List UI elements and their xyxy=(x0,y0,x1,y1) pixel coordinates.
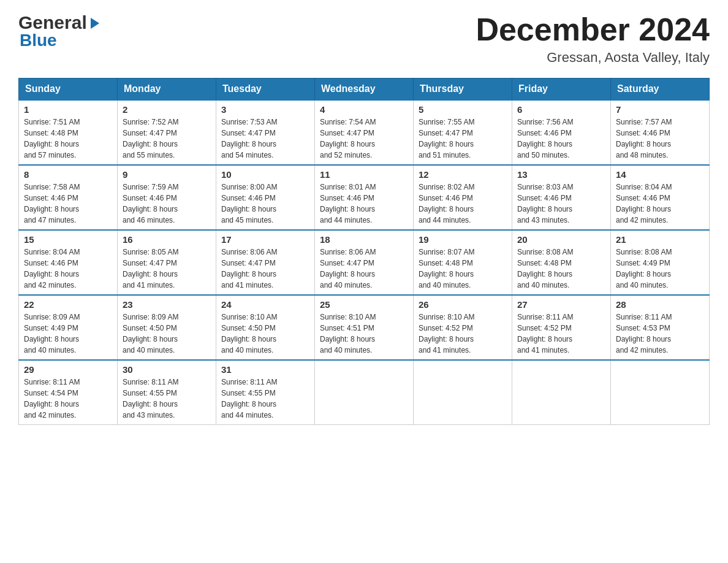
day-number: 18 xyxy=(320,234,408,245)
calendar-cell: 7Sunrise: 7:57 AMSunset: 4:46 PMDaylight… xyxy=(611,100,710,165)
calendar-cell: 28Sunrise: 8:11 AMSunset: 4:53 PMDayligh… xyxy=(611,295,710,360)
day-number: 7 xyxy=(616,104,704,115)
day-number: 12 xyxy=(419,169,507,180)
calendar-cell: 12Sunrise: 8:02 AMSunset: 4:46 PMDayligh… xyxy=(414,165,512,230)
day-info: Sunrise: 8:11 AMSunset: 4:52 PMDaylight:… xyxy=(517,312,605,356)
calendar-cell: 15Sunrise: 8:04 AMSunset: 4:46 PMDayligh… xyxy=(19,230,118,295)
calendar-cell: 26Sunrise: 8:10 AMSunset: 4:52 PMDayligh… xyxy=(414,295,512,360)
day-info: Sunrise: 8:11 AMSunset: 4:55 PMDaylight:… xyxy=(123,377,211,421)
day-info: Sunrise: 8:11 AMSunset: 4:54 PMDaylight:… xyxy=(24,377,112,421)
svg-marker-0 xyxy=(91,18,99,29)
day-number: 15 xyxy=(24,234,112,245)
calendar-cell: 27Sunrise: 8:11 AMSunset: 4:52 PMDayligh… xyxy=(512,295,611,360)
day-info: Sunrise: 7:57 AMSunset: 4:46 PMDaylight:… xyxy=(616,117,704,161)
day-info: Sunrise: 7:53 AMSunset: 4:47 PMDaylight:… xyxy=(221,117,309,161)
day-info: Sunrise: 7:56 AMSunset: 4:46 PMDaylight:… xyxy=(517,117,605,161)
day-number: 29 xyxy=(24,364,112,375)
day-info: Sunrise: 8:09 AMSunset: 4:50 PMDaylight:… xyxy=(123,312,211,356)
day-info: Sunrise: 7:54 AMSunset: 4:47 PMDaylight:… xyxy=(320,117,408,161)
day-info: Sunrise: 8:08 AMSunset: 4:48 PMDaylight:… xyxy=(517,247,605,291)
calendar-cell: 29Sunrise: 8:11 AMSunset: 4:54 PMDayligh… xyxy=(19,360,118,425)
day-number: 17 xyxy=(221,234,309,245)
calendar-cell: 2Sunrise: 7:52 AMSunset: 4:47 PMDaylight… xyxy=(118,100,216,165)
day-number: 10 xyxy=(221,169,309,180)
calendar-cell: 19Sunrise: 8:07 AMSunset: 4:48 PMDayligh… xyxy=(414,230,512,295)
day-info: Sunrise: 8:10 AMSunset: 4:51 PMDaylight:… xyxy=(320,312,408,356)
calendar-cell: 21Sunrise: 8:08 AMSunset: 4:49 PMDayligh… xyxy=(611,230,710,295)
day-info: Sunrise: 8:11 AMSunset: 4:53 PMDaylight:… xyxy=(616,312,704,356)
col-header-tuesday: Tuesday xyxy=(216,79,315,101)
day-info: Sunrise: 8:04 AMSunset: 4:46 PMDaylight:… xyxy=(616,182,704,226)
calendar-cell: 18Sunrise: 8:06 AMSunset: 4:47 PMDayligh… xyxy=(315,230,414,295)
calendar-cell xyxy=(611,360,710,425)
calendar-cell: 1Sunrise: 7:51 AMSunset: 4:48 PMDaylight… xyxy=(19,100,118,165)
day-info: Sunrise: 7:51 AMSunset: 4:48 PMDaylight:… xyxy=(24,117,112,161)
day-number: 11 xyxy=(320,169,408,180)
day-info: Sunrise: 7:59 AMSunset: 4:46 PMDaylight:… xyxy=(123,182,211,226)
day-number: 22 xyxy=(24,299,112,310)
logo-general: General xyxy=(18,12,87,33)
calendar-cell: 24Sunrise: 8:10 AMSunset: 4:50 PMDayligh… xyxy=(216,295,315,360)
day-info: Sunrise: 7:58 AMSunset: 4:46 PMDaylight:… xyxy=(24,182,112,226)
calendar-cell xyxy=(414,360,512,425)
col-header-sunday: Sunday xyxy=(19,79,118,101)
calendar-table: SundayMondayTuesdayWednesdayThursdayFrid… xyxy=(18,78,710,425)
logo-arrow-icon xyxy=(88,17,102,30)
calendar-cell: 23Sunrise: 8:09 AMSunset: 4:50 PMDayligh… xyxy=(118,295,216,360)
day-number: 3 xyxy=(221,104,309,115)
col-header-thursday: Thursday xyxy=(414,79,512,101)
day-number: 16 xyxy=(123,234,211,245)
day-number: 4 xyxy=(320,104,408,115)
day-number: 9 xyxy=(123,169,211,180)
week-row-1: 1Sunrise: 7:51 AMSunset: 4:48 PMDaylight… xyxy=(19,100,710,165)
calendar-cell: 30Sunrise: 8:11 AMSunset: 4:55 PMDayligh… xyxy=(118,360,216,425)
calendar-cell: 17Sunrise: 8:06 AMSunset: 4:47 PMDayligh… xyxy=(216,230,315,295)
day-number: 8 xyxy=(24,169,112,180)
day-info: Sunrise: 8:02 AMSunset: 4:46 PMDaylight:… xyxy=(419,182,507,226)
calendar-cell: 20Sunrise: 8:08 AMSunset: 4:48 PMDayligh… xyxy=(512,230,611,295)
day-number: 6 xyxy=(517,104,605,115)
calendar-cell: 11Sunrise: 8:01 AMSunset: 4:46 PMDayligh… xyxy=(315,165,414,230)
week-row-3: 15Sunrise: 8:04 AMSunset: 4:46 PMDayligh… xyxy=(19,230,710,295)
day-number: 30 xyxy=(123,364,211,375)
title-area: December 2024 Gressan, Aosta Valley, Ita… xyxy=(476,12,710,66)
calendar-cell: 5Sunrise: 7:55 AMSunset: 4:47 PMDaylight… xyxy=(414,100,512,165)
day-number: 24 xyxy=(221,299,309,310)
calendar-cell: 14Sunrise: 8:04 AMSunset: 4:46 PMDayligh… xyxy=(611,165,710,230)
calendar-cell: 6Sunrise: 7:56 AMSunset: 4:46 PMDaylight… xyxy=(512,100,611,165)
day-info: Sunrise: 8:03 AMSunset: 4:46 PMDaylight:… xyxy=(517,182,605,226)
day-number: 23 xyxy=(123,299,211,310)
day-number: 28 xyxy=(616,299,704,310)
day-info: Sunrise: 8:09 AMSunset: 4:49 PMDaylight:… xyxy=(24,312,112,356)
day-info: Sunrise: 8:05 AMSunset: 4:47 PMDaylight:… xyxy=(123,247,211,291)
calendar-cell: 16Sunrise: 8:05 AMSunset: 4:47 PMDayligh… xyxy=(118,230,216,295)
calendar-cell: 22Sunrise: 8:09 AMSunset: 4:49 PMDayligh… xyxy=(19,295,118,360)
day-info: Sunrise: 8:00 AMSunset: 4:46 PMDaylight:… xyxy=(221,182,309,226)
day-info: Sunrise: 8:08 AMSunset: 4:49 PMDaylight:… xyxy=(616,247,704,291)
location-subtitle: Gressan, Aosta Valley, Italy xyxy=(476,50,710,66)
day-number: 20 xyxy=(517,234,605,245)
day-number: 21 xyxy=(616,234,704,245)
col-header-monday: Monday xyxy=(118,79,216,101)
calendar-cell xyxy=(315,360,414,425)
week-row-4: 22Sunrise: 8:09 AMSunset: 4:49 PMDayligh… xyxy=(19,295,710,360)
day-info: Sunrise: 8:04 AMSunset: 4:46 PMDaylight:… xyxy=(24,247,112,291)
col-header-friday: Friday xyxy=(512,79,611,101)
day-number: 27 xyxy=(517,299,605,310)
calendar-cell xyxy=(512,360,611,425)
day-info: Sunrise: 8:07 AMSunset: 4:48 PMDaylight:… xyxy=(419,247,507,291)
calendar-cell: 9Sunrise: 7:59 AMSunset: 4:46 PMDaylight… xyxy=(118,165,216,230)
week-row-2: 8Sunrise: 7:58 AMSunset: 4:46 PMDaylight… xyxy=(19,165,710,230)
day-number: 31 xyxy=(221,364,309,375)
day-number: 19 xyxy=(419,234,507,245)
calendar-cell: 31Sunrise: 8:11 AMSunset: 4:55 PMDayligh… xyxy=(216,360,315,425)
day-number: 25 xyxy=(320,299,408,310)
day-info: Sunrise: 7:55 AMSunset: 4:47 PMDaylight:… xyxy=(419,117,507,161)
day-info: Sunrise: 8:11 AMSunset: 4:55 PMDaylight:… xyxy=(221,377,309,421)
day-info: Sunrise: 8:01 AMSunset: 4:46 PMDaylight:… xyxy=(320,182,408,226)
calendar-header-row: SundayMondayTuesdayWednesdayThursdayFrid… xyxy=(19,79,710,101)
day-info: Sunrise: 8:06 AMSunset: 4:47 PMDaylight:… xyxy=(221,247,309,291)
month-title: December 2024 xyxy=(476,12,710,47)
col-header-saturday: Saturday xyxy=(611,79,710,101)
logo-blue: Blue xyxy=(20,31,57,50)
